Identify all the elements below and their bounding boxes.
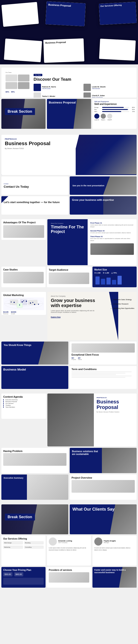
pricing-plan-1: $30.00	[3, 572, 12, 576]
terms-line-4	[72, 376, 132, 376]
phase-2-text: Ut enim ad minim veniam quis nostrud exe…	[90, 232, 134, 234]
section4-row2: Case Studies Target Audience Market Size…	[2, 266, 136, 287]
proposal-small-title: Business Proposal	[49, 101, 89, 104]
team-member-2: Leslie W. Okeefe Administrator	[84, 84, 132, 91]
bottom-row-2: Let's start something together — for the…	[2, 196, 136, 214]
service-1: Web Design	[3, 541, 23, 544]
proposal2-big-title: Business Proposal	[96, 399, 134, 410]
svg-point-10	[38, 304, 39, 305]
bar-5	[118, 276, 122, 284]
skill-row-2: Dev 95%	[94, 109, 135, 110]
hero-slide-bottom-2: Business Proposal	[43, 38, 84, 63]
hero-slide-2-title: Business Proposal	[48, 3, 84, 8]
map-dot-2	[22, 301, 23, 302]
hero-section: Executive Summary Business Proposal Our …	[0, 0, 138, 64]
clients-big-slide: What Our Clients Say	[70, 504, 136, 534]
agenda-title: Content Agenda	[3, 395, 44, 398]
section5-row2: You Should Know Things Exceptional Clien…	[2, 342, 136, 389]
contact-slide: Contact Contact Us Today	[2, 176, 68, 195]
grow-learn-more[interactable]: Explore Now	[51, 316, 60, 318]
timeline-big-title: Timeline For The Project	[51, 225, 84, 234]
see-you-title: See you in the next presentation	[72, 184, 104, 187]
testimonial-role-1: CEO Company	[58, 542, 72, 543]
team-preview-3	[6, 82, 17, 89]
agenda-item-2: Business Proposal	[3, 401, 44, 402]
bar-3	[106, 278, 111, 284]
phase-1-text: Lorem ipsum dolor sit amet consectetur a…	[90, 224, 134, 228]
svg-point-8	[32, 302, 33, 303]
svg-point-7	[23, 300, 24, 301]
team-member-4: Cherill P. Julian Head of Business	[84, 92, 132, 98]
break-2-label: Break Section	[5, 514, 35, 520]
phase-3: Third Phase #3 Duis aute irure dolor in …	[90, 236, 134, 242]
having-problem-slide: Having Problem	[2, 448, 68, 473]
grow-list-3: Identifying New Opportunities	[111, 308, 134, 309]
skill-label-3: SEO	[94, 111, 101, 112]
project-overview-slide: Project Overview	[70, 474, 136, 500]
stat-50: 50+ Projects	[72, 357, 76, 360]
testimonial-avatar-2	[94, 538, 102, 546]
contact-tag: Contact	[4, 183, 29, 184]
clients-title: What Our Clients Say	[72, 507, 134, 512]
svg-rect-5	[17, 303, 22, 308]
case-img	[3, 272, 44, 283]
bar-2	[101, 279, 105, 284]
services-grid: Web Design Branding Marketing Consulting	[3, 541, 44, 549]
hero-slide-bottom-1: Business solutions that are sustainable	[4, 39, 42, 62]
phase-2-label: Second Phase #2	[90, 230, 134, 232]
section6-row2: Having Problem Business solutions that a…	[2, 448, 136, 500]
skills-title: Skill and Experience	[94, 103, 135, 105]
hero-slide-1-label	[4, 24, 7, 26]
global-marketing-slide: Global Marketing	[2, 292, 46, 315]
bar-4	[112, 280, 116, 284]
phase-3-text: Duis aute irure dolor in reprehenderit i…	[90, 238, 134, 242]
exceptional-title: Exceptional Client Focus	[72, 354, 135, 356]
phase-1: First Phase #1 Lorem ipsum dolor sit ame…	[90, 222, 134, 228]
pricing-chart	[3, 578, 44, 585]
content-agenda-slide: Content Agenda Executive Summary Busines…	[2, 394, 46, 419]
hero-slide-services: Our Services Offering	[99, 2, 137, 25]
map-dot-4	[34, 304, 35, 305]
grow-slide-title: Grow your business with expertise	[72, 198, 134, 202]
exceptional-img	[72, 344, 135, 352]
grow-subtitle: Lorem ipsum dolor sit amet consectetur a…	[51, 310, 96, 313]
service-2: Branding	[24, 541, 44, 544]
section7-row3: Choose Your Pricing Plan $30.00 $45.00 P…	[2, 567, 136, 588]
faster-title: Faster and easier way to build a success…	[94, 569, 135, 574]
agenda-section: Content Agenda Executive Summary Busines…	[0, 392, 138, 501]
proposal2-subtitle: By Steven Jhonson Problem Solution	[96, 411, 134, 412]
proposal-slide-small: Business Proposal	[47, 99, 91, 129]
biz-model-title: Business Model	[3, 368, 66, 372]
proposal2-brand: PROPTECH.CO	[96, 397, 134, 398]
team-preview-2	[18, 74, 30, 82]
marketing-section: Global Marketing	[0, 290, 138, 390]
services-title: Our Services Offering	[3, 538, 44, 540]
avatar-leslie	[84, 84, 91, 91]
know-title: You Should Know Things	[4, 344, 66, 346]
hero-slide-executive: Executive Summary	[2, 2, 39, 27]
world-map	[3, 298, 44, 310]
business-proposal-section: PROPTECH.CO Business Proposal By Steven …	[0, 134, 138, 216]
mini-name-1: Leslie W.	[94, 119, 99, 120]
bar-1	[96, 276, 100, 284]
mini-name-2: Tasha C.	[101, 119, 106, 120]
stat-25-label: Clients	[78, 359, 82, 360]
testimonial-name-1: Amanda Loning	[58, 540, 72, 542]
proposal-right-img	[69, 135, 136, 175]
avatar-cherill	[84, 92, 91, 98]
big-proposal-slide: PROPTECH.CO Business Proposal By Steven …	[2, 135, 136, 175]
mini-avatar-3	[107, 114, 112, 119]
hero-slide-1-title: Executive Summary	[4, 4, 36, 9]
project-img	[72, 480, 135, 493]
terms-slide: Term and Conditions	[70, 366, 136, 389]
executive-title: Executive Summary	[4, 477, 26, 479]
mini-avatar-2	[101, 114, 106, 119]
market-size-slide: Market Size ⊙ 2.4M ⊙ 1.2M △ 75%	[92, 266, 136, 287]
discover-team-title: Discover Our Team	[34, 77, 132, 82]
terms-title: Term and Conditions	[72, 368, 135, 370]
case-studies-slide: Case Studies	[2, 266, 46, 287]
advantages-slide: Advantages Of The Project	[2, 219, 46, 240]
avatar-tasha	[34, 92, 41, 98]
exceptional-slide: Exceptional Client Focus 50+ Projects 25…	[70, 342, 136, 364]
team-preview-1	[6, 74, 17, 82]
